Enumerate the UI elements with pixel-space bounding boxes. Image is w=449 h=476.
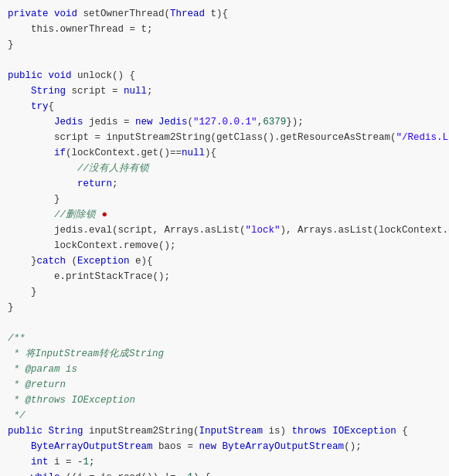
code-line: } [0,37,449,53]
code-token [43,70,49,81]
code-token: { [396,426,408,437]
code-token: ; [112,178,118,189]
code-line: */ [0,408,449,423]
code-token [8,101,31,112]
code-line: public void unlock() { [0,68,449,83]
code-token: null [124,86,147,97]
code-token: private [8,8,49,19]
code-token: "/Redis.Lua" [396,132,449,143]
code-token: public [8,426,43,437]
code-token [43,426,49,437]
code-token: Jedis [158,117,188,128]
code-token: } [8,256,37,267]
code-token: (lockContext.get()== [66,148,182,158]
code-line: * @return [0,377,449,393]
code-token: "lock" [246,225,281,236]
code-token: throws [292,426,327,437]
code-token: } [8,302,14,313]
code-line: /** [0,331,449,346]
code-token: 1 [188,472,194,476]
code-line: this.ownerThread = t; [0,22,449,37]
code-token: ; [147,86,153,97]
code-token: unlock() { [72,70,136,81]
code-token: script = inputStream2String(getClass().g… [8,132,396,143]
code-line: } [0,192,449,207]
code-line: script = inputStream2String(getClass().g… [0,130,449,145]
code-line: jedis.eval(script, Arrays.asList("lock")… [0,223,449,238]
code-token: //删除锁 [54,209,96,220]
code-token: ; [89,457,95,468]
code-token: t){ [205,8,228,19]
code-token: ), Arrays.asList(lockContext.get())); [281,225,449,236]
code-line: * @param is [0,362,449,377]
code-line: if(lockContext.get()==null){ [0,145,449,161]
code-token: , [257,117,264,128]
code-token: new [199,441,217,452]
code-token: baos = [153,441,199,452]
code-token: ((i = is.read()) != - [60,472,188,476]
code-token: return [77,178,112,189]
code-line: lockContext.remove(); [0,238,449,253]
code-token: Exception [77,256,130,267]
code-token: null [182,148,205,158]
code-token: inputStream2String( [83,426,199,437]
code-token: catch [37,256,66,267]
code-line: * 将InputStream转化成String [0,346,449,362]
code-line [0,53,449,68]
code-token: setOwnerThread( [77,8,170,19]
code-token: ) { [193,472,211,476]
code-token: script = [66,86,124,97]
code-token: * @param is [8,364,77,375]
code-line: //删除锁 ● [0,207,449,223]
code-line: ByteArrayOutputStream baos = new ByteArr… [0,439,449,454]
code-token: InputStream [199,426,264,437]
code-line: while ((i = is.read()) != -1) { [0,470,449,476]
code-token: ( [188,117,194,128]
code-token: ● [102,209,108,220]
code-token: while [31,472,60,476]
code-token [49,8,55,19]
code-token: { [49,101,55,112]
code-token [8,163,77,174]
code-token [153,117,159,128]
code-token: ){ [205,148,216,158]
code-line: e.printStackTrace(); [0,269,449,284]
code-token [8,209,54,220]
code-token [8,457,31,468]
code-token: IOException [332,426,396,437]
code-editor: private void setOwnerThread(Thread t){ t… [0,0,449,476]
code-token: /** [8,333,26,344]
code-token: if [54,148,66,158]
code-token [8,178,77,189]
code-line: } [0,284,449,300]
code-line: Jedis jedis = new Jedis("127.0.0.1",6379… [0,114,449,130]
code-token: ByteArrayOutputStream [223,441,345,452]
code-token: * @throws IOException [8,395,135,406]
code-token: String [49,426,83,437]
code-token: } [8,194,60,205]
code-line: }catch (Exception e){ [0,253,449,269]
code-line: } [0,300,449,315]
code-token: ByteArrayOutputStream [31,441,153,452]
code-token: jedis = [83,117,136,128]
code-token [8,117,54,128]
code-token: 1 [83,457,90,468]
code-line [0,315,449,331]
code-token: jedis.eval(script, Arrays.asList( [8,225,246,236]
code-token: Thread [170,8,205,19]
code-token: } [8,287,37,298]
code-token: */ [8,410,26,421]
code-line: String script = null; [0,83,449,99]
code-token: is) [263,426,292,437]
code-token [8,148,54,158]
code-token: } [8,39,14,50]
code-token: new [135,117,153,128]
code-token: lockContext.remove(); [8,240,176,251]
code-token: void [49,70,72,81]
code-token: this.ownerThread = t; [8,24,153,35]
code-token: public [8,70,43,81]
code-token [8,441,31,452]
code-token: e){ [130,256,153,267]
code-token [96,209,102,220]
code-token: void [54,8,77,19]
